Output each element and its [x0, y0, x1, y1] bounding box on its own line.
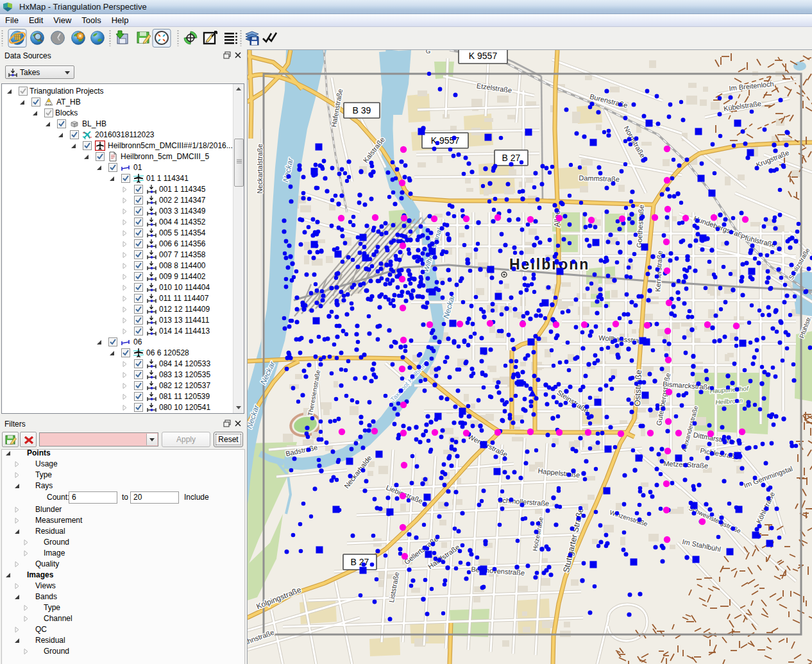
- svg-text:B 27: B 27: [502, 153, 521, 163]
- svg-text:Oststraße: Oststraße: [632, 370, 643, 407]
- svg-text:B 27: B 27: [351, 557, 369, 567]
- svg-text:B 39: B 39: [353, 105, 371, 115]
- svg-text:Neckartalstraße: Neckartalstraße: [256, 144, 264, 194]
- svg-text:K 9557: K 9557: [469, 51, 498, 61]
